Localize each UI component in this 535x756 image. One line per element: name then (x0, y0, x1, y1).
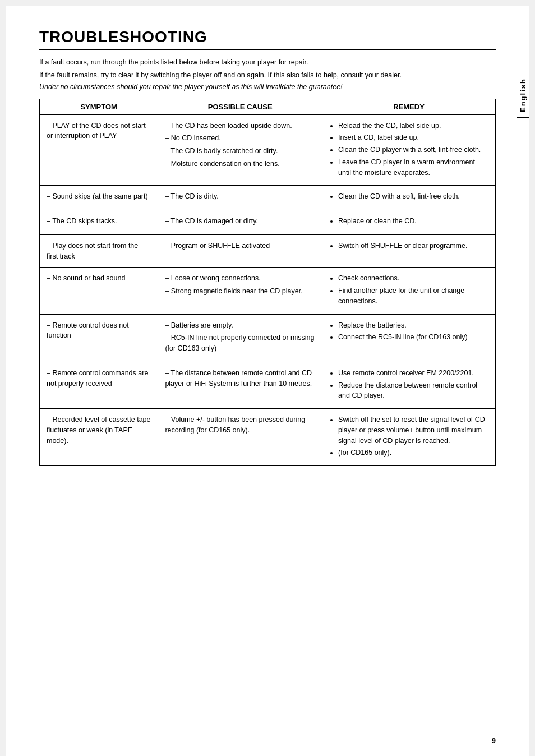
table-row: – The CD skips tracks.– The CD is damage… (40, 210, 496, 235)
header-symptom: SYMPTOM (40, 99, 158, 114)
remedy-cell: Use remote control receiver EM 2200/2201… (322, 362, 496, 408)
symptom-cell: – The CD skips tracks. (40, 210, 158, 235)
intro-text-1: If a fault occurs, run through the point… (39, 57, 496, 68)
symptom-cell: – Recorded level of cassette tape fluctu… (40, 409, 158, 466)
symptom-cell: – Sound skips (at the same part) (40, 186, 158, 210)
page-number: 9 (492, 736, 496, 745)
remedy-cell: Check connections.Find another place for… (322, 268, 496, 314)
remedy-cell: Replace or clean the CD. (322, 210, 496, 235)
table-row: – Sound skips (at the same part)– The CD… (40, 186, 496, 210)
cause-cell: – The CD has been loaded upside down.– N… (158, 114, 322, 186)
cause-cell: – Volume +/- button has been pressed dur… (158, 409, 322, 466)
cause-cell: – Program or SHUFFLE activated (158, 234, 322, 268)
remedy-cell: Switch off the set to reset the signal l… (322, 409, 496, 466)
cause-cell: – The distance between remote control an… (158, 362, 322, 408)
remedy-cell: Switch off SHUFFLE or clear programme. (322, 234, 496, 268)
intro-text-2: If the fault remains, try to clear it by… (39, 70, 496, 81)
symptom-cell: – PLAY of the CD does not start or inter… (40, 114, 158, 186)
cause-cell: – The CD is damaged or dirty. (158, 210, 322, 235)
cause-cell: – Batteries are empty.– RC5-IN line not … (158, 314, 322, 362)
table-row: – No sound or bad sound– Loose or wrong … (40, 268, 496, 314)
intro-text-3: Under no circumstances should you repair… (39, 83, 496, 91)
symptom-cell: – No sound or bad sound (40, 268, 158, 314)
remedy-cell: Replace the batteries.Connect the RC5-IN… (322, 314, 496, 362)
sidebar-label: English (517, 73, 529, 118)
symptom-cell: – Remote control commands are not proper… (40, 362, 158, 408)
header-cause: POSSIBLE CAUSE (158, 99, 322, 114)
header-remedy: REMEDY (322, 99, 496, 114)
remedy-cell: Reload the the CD, label side up.Insert … (322, 114, 496, 186)
remedy-cell: Clean the CD with a soft, lint-free clot… (322, 186, 496, 210)
symptom-cell: – Remote control does not function (40, 314, 158, 362)
table-row: – Play does not start from the first tra… (40, 234, 496, 268)
table-row: – PLAY of the CD does not start or inter… (40, 114, 496, 186)
troubleshooting-table: SYMPTOM POSSIBLE CAUSE REMEDY – PLAY of … (39, 99, 496, 467)
table-row: – Remote control commands are not proper… (40, 362, 496, 408)
table-row: – Remote control does not function– Batt… (40, 314, 496, 362)
cause-cell: – The CD is dirty. (158, 186, 322, 210)
page-title: TROUBLESHOOTING (39, 28, 496, 46)
page: TROUBLESHOOTING If a fault occurs, run t… (6, 6, 529, 756)
symptom-cell: – Play does not start from the first tra… (40, 234, 158, 268)
table-row: – Recorded level of cassette tape fluctu… (40, 409, 496, 466)
cause-cell: – Loose or wrong connections.– Strong ma… (158, 268, 322, 314)
